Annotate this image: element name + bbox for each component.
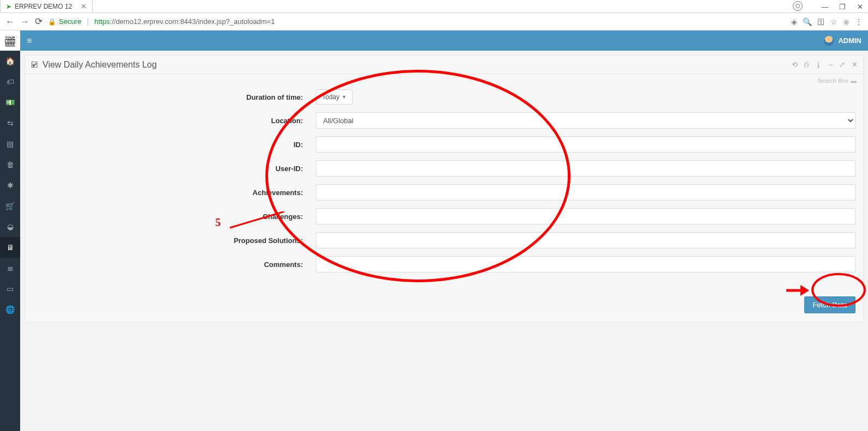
browser-tab[interactable]: ➤ ERPREV DEMO 12 ✕ xyxy=(0,0,93,13)
window-controls: ― ❐ ✕ xyxy=(820,0,865,13)
panel-header: 🗹 View Daily Achievements Log ⟲ ⎙ ⭳ – ⤢ … xyxy=(25,56,863,74)
comments-input[interactable] xyxy=(316,256,855,272)
bookmark-star-icon[interactable]: ☆ xyxy=(830,17,837,26)
logo-line3: HERE xyxy=(5,43,15,46)
label-comments: Comments: xyxy=(33,260,316,269)
search-box-toggle[interactable]: Search Box ▬ xyxy=(817,77,857,84)
sidebar-item-book[interactable]: ▭ xyxy=(0,278,20,299)
tab-title: ERPREV DEMO 12 xyxy=(15,3,72,10)
extension-icon[interactable]: ◉ xyxy=(843,17,849,26)
key-icon[interactable]: ⚿ xyxy=(817,17,825,26)
trash-icon: 🗑 xyxy=(7,160,14,169)
url-protocol: https xyxy=(94,17,110,26)
main-area: ≡ ADMIN 🗹 View Daily Achievements Log ⟲ … xyxy=(20,31,868,431)
hamburger-icon[interactable]: ≡ xyxy=(27,36,32,46)
menu-dots-icon[interactable]: ⋮ xyxy=(855,17,863,26)
sidebar-item-dashboard[interactable]: 🏠 xyxy=(0,51,20,71)
sidebar-item-monitor[interactable]: 🖥 xyxy=(0,237,20,258)
browser-chrome: ➤ ERPREV DEMO 12 ✕ ― ❐ ✕ ← → ⟳ 🔒 Secure … xyxy=(0,0,868,31)
userid-input[interactable] xyxy=(316,160,855,177)
nav-reload-icon[interactable]: ⟳ xyxy=(35,16,43,27)
book-icon: ▭ xyxy=(7,284,14,293)
row-challenges: Challenges: xyxy=(33,208,855,224)
row-id: ID: xyxy=(33,136,855,153)
label-challenges: Challenges: xyxy=(33,213,316,221)
expand-icon[interactable]: ⤢ xyxy=(839,60,845,69)
solutions-input[interactable] xyxy=(316,232,855,248)
logo-line1: YOUR xyxy=(5,36,15,39)
row-comments: Comments: xyxy=(33,256,855,272)
label-userid: User-ID: xyxy=(33,165,316,173)
zoom-icon[interactable]: 🔍 xyxy=(803,17,812,26)
sidebar-item-cart[interactable]: 🛒 xyxy=(0,196,20,216)
sidebar-item-money[interactable]: 💵 xyxy=(0,92,20,113)
row-solutions: Proposed Solutions: xyxy=(33,232,855,248)
username-label: ADMIN xyxy=(838,37,861,45)
tab-favicon-icon: ➤ xyxy=(6,3,11,10)
sidebar-item-share[interactable]: ⇆ xyxy=(0,113,20,133)
row-duration: Duration of time: Today ▼ xyxy=(33,89,855,105)
window-close-icon[interactable]: ✕ xyxy=(855,3,865,11)
download-icon[interactable]: ⭳ xyxy=(815,60,822,69)
gauge-icon: 🏠 xyxy=(5,57,15,65)
fetch-data-button[interactable]: Fetch Data xyxy=(804,296,855,313)
tag-icon: 🏷 xyxy=(7,77,14,86)
sidebar-item-globe[interactable]: 🌐 xyxy=(0,299,20,320)
logo-line2: LOGO xyxy=(5,39,15,43)
gear-icon: ✱ xyxy=(7,181,14,190)
sidebar-item-db[interactable]: ≣ xyxy=(0,258,20,278)
button-row: Fetch Data xyxy=(25,293,863,322)
window-minimize-icon[interactable]: ― xyxy=(820,3,830,11)
label-id: ID: xyxy=(33,141,316,149)
window-restore-icon[interactable]: ❐ xyxy=(837,3,847,11)
row-userid: User-ID: xyxy=(33,160,855,177)
nav-back-icon[interactable]: ← xyxy=(5,16,15,27)
search-box-label: Search Box xyxy=(817,77,848,84)
nav-forward-icon: → xyxy=(20,16,29,27)
duration-dropdown[interactable]: Today ▼ xyxy=(316,89,353,105)
sidebar-item-settings[interactable]: ✱ xyxy=(0,175,20,196)
label-location: Location: xyxy=(33,117,316,125)
database-icon: ≣ xyxy=(7,264,14,272)
globe-icon: 🌐 xyxy=(5,305,15,314)
user-menu[interactable]: ADMIN xyxy=(824,36,861,46)
circle-icon: ◒ xyxy=(7,222,14,231)
location-select[interactable]: All/Global xyxy=(316,112,855,129)
minimize-icon[interactable]: – xyxy=(829,60,833,69)
achievements-panel: 🗹 View Daily Achievements Log ⟲ ⎙ ⭳ – ⤢ … xyxy=(25,55,864,323)
sidebar-item-trash[interactable]: 🗑 xyxy=(0,154,20,175)
close-panel-icon[interactable]: ✕ xyxy=(852,60,858,69)
sidebar-item-doc[interactable]: ▤ xyxy=(0,133,20,154)
doc-icon: ▤ xyxy=(7,139,14,148)
secure-indicator[interactable]: 🔒 Secure xyxy=(48,17,81,26)
separator: | xyxy=(87,17,89,27)
duration-value: Today xyxy=(322,93,339,101)
label-duration: Duration of time: xyxy=(33,93,316,101)
achievements-input[interactable] xyxy=(316,184,855,201)
sidebar-item-tag[interactable]: 🏷 xyxy=(0,71,20,92)
topbar: ≡ ADMIN xyxy=(20,31,868,51)
tab-close-icon[interactable]: ✕ xyxy=(81,2,87,10)
sensor-icon[interactable]: ◈ xyxy=(791,17,797,26)
left-sidebar: YOUR LOGO HERE 🏠 🏷 💵 ⇆ ▤ 🗑 ✱ 🛒 ◒ 🖥 ≣ ▭ 🌐 xyxy=(0,31,20,431)
calendar-check-icon: 🗹 xyxy=(31,60,38,69)
monitor-icon: 🖥 xyxy=(7,243,14,252)
cash-icon: 💵 xyxy=(5,98,15,107)
refresh-icon[interactable]: ⟲ xyxy=(792,60,798,69)
address-bar: ← → ⟳ 🔒 Secure | https://demo12.erprev.c… xyxy=(0,13,868,31)
url-display[interactable]: https://demo12.erprev.com:8443/index.jsp… xyxy=(94,17,275,26)
tab-strip: ➤ ERPREV DEMO 12 ✕ ― ❐ ✕ xyxy=(0,0,868,13)
content-area: 🗹 View Daily Achievements Log ⟲ ⎙ ⭳ – ⤢ … xyxy=(20,51,868,431)
lock-icon: 🔒 xyxy=(48,18,56,26)
print-icon[interactable]: ⎙ xyxy=(804,60,809,69)
secure-label: Secure xyxy=(59,17,81,26)
url-rest: ://demo12.erprev.com:8443/index.jsp?_aut… xyxy=(110,17,275,26)
panel-toolbar: ⟲ ⎙ ⭳ – ⤢ ✕ xyxy=(792,60,858,69)
avatar-icon xyxy=(824,36,834,46)
id-input[interactable] xyxy=(316,136,855,153)
challenges-input[interactable] xyxy=(316,208,855,224)
sidebar-item-circle[interactable]: ◒ xyxy=(0,216,20,237)
cart-icon: 🛒 xyxy=(5,202,15,210)
chrome-account-icon[interactable] xyxy=(793,1,803,11)
logo-placeholder[interactable]: YOUR LOGO HERE xyxy=(0,31,20,51)
